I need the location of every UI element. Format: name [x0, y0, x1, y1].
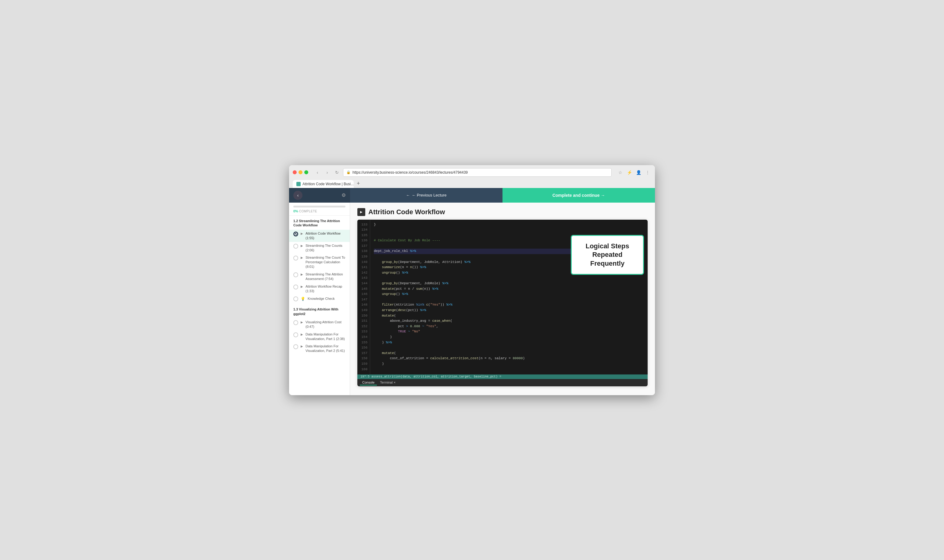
sidebar-item-data-manip-2[interactable]: ▶ Data Manipulation For Visualization, P… — [293, 343, 346, 355]
check-icon-5 — [293, 285, 298, 289]
sidebar-item-recap[interactable]: ▶ Attrition Workflow Recap (1:33) — [293, 283, 346, 295]
main-area: 0% COMPLETE 1.2 Streamlining The Attriti… — [289, 203, 655, 395]
app-container: ‹ ⚙ ← ← Previous Lecture Complete and co… — [289, 188, 655, 395]
top-bar-nav: ← ← Previous Lecture Complete and contin… — [350, 188, 655, 203]
item-text-4: Streamlining The Attrition Assessment (7… — [305, 272, 346, 281]
sidebar-section-1-2: 1.2 Streamlining The Attrition Code Work… — [289, 216, 350, 305]
console-tab[interactable]: Console — [360, 380, 377, 385]
sidebar-item-percentage[interactable]: ▶ Streamlining The Count To Percentage C… — [293, 254, 346, 271]
item-text-3: Streamlining The Count To Percentage Cal… — [305, 255, 346, 269]
sidebar-item-attrition-workflow[interactable]: ▶ Attrition Code Workflow (1:55) — [289, 230, 350, 242]
sidebar-item-counts[interactable]: ▶ Streamlining The Counts (2:06) — [293, 242, 346, 254]
line-numbers: 1331341351361371381391401411421431441451… — [357, 220, 370, 375]
new-tab-button[interactable]: + — [354, 179, 362, 188]
video-icon-2: ▶ — [301, 244, 303, 248]
active-tab[interactable]: Attrition Code Workflow | Busi... × — [293, 180, 354, 188]
settings-button[interactable]: ⚙ — [341, 192, 346, 198]
terminal-tab[interactable]: Terminal × — [378, 380, 398, 385]
tab-favicon — [296, 182, 301, 186]
complete-continue-button[interactable]: Complete and continue → — [503, 188, 655, 203]
sidebar-item-vis-cost[interactable]: ▶ Visualizing Attrition Cost (0:47) — [293, 318, 346, 331]
menu-button[interactable]: ⋮ — [644, 169, 651, 176]
prev-lecture-label: ← Previous Lecture — [412, 193, 446, 197]
section-1-3-title: 1.3 Visualizing Attrition With ggplot2 — [293, 307, 346, 316]
code-area: 1331341351361371381391401411421431441451… — [357, 220, 648, 375]
terminal-bar: Console Terminal × — [357, 379, 648, 386]
progress-bar-bg — [293, 206, 346, 208]
traffic-light-close[interactable] — [293, 170, 297, 174]
sidebar: 0% COMPLETE 1.2 Streamlining The Attriti… — [289, 203, 350, 395]
address-bar[interactable]: 🔒 https://university.business-science.io… — [343, 168, 612, 177]
back-nav-button[interactable]: ‹ — [293, 191, 302, 200]
profile-button[interactable]: 👤 — [635, 169, 642, 176]
content-header: ▶ Attrition Code Workflow — [350, 203, 655, 220]
prev-arrow-icon: ← — [406, 193, 410, 197]
sidebar-item-data-manip-1[interactable]: ▶ Data Manipulation For Visualization, P… — [293, 331, 346, 343]
logical-line1: Logical Steps — [585, 242, 629, 250]
check-icon-8 — [293, 332, 298, 337]
extensions-button[interactable]: ⚡ — [626, 169, 633, 176]
video-icon-7: ▶ — [301, 320, 303, 324]
code-editor: 1331341351361371381391401411421431441451… — [357, 220, 648, 387]
back-button[interactable]: ‹ — [314, 169, 321, 176]
sidebar-section-1-3: 1.3 Visualizing Attrition With ggplot2 ▶… — [289, 304, 350, 356]
check-icon-3 — [293, 255, 298, 260]
reload-button[interactable]: ↻ — [333, 169, 341, 176]
code-status-bar: 197:5 assess_attrition(data, attrition_c… — [357, 374, 648, 379]
tab-title: Attrition Code Workflow | Busi... — [302, 182, 354, 186]
check-icon-2 — [293, 244, 298, 249]
browser-window: ‹ › ↻ 🔒 https://university.business-scie… — [289, 165, 655, 395]
browser-controls: ‹ › ↻ 🔒 https://university.business-scie… — [293, 168, 651, 177]
logical-line3: Frequently — [590, 260, 625, 267]
video-icon-9: ▶ — [301, 345, 303, 348]
video-icon-1: ▶ — [301, 232, 303, 235]
top-bar-left: ‹ ⚙ — [289, 188, 350, 203]
sidebar-item-assessment[interactable]: ▶ Streamlining The Attrition Assessment … — [293, 271, 346, 283]
content-title: Attrition Code Workflow — [368, 208, 445, 216]
traffic-light-minimize[interactable] — [299, 170, 302, 174]
check-icon-6 — [293, 297, 298, 302]
traffic-light-maximize[interactable] — [304, 170, 308, 174]
item-text-7: Visualizing Attrition Cost (0:47) — [305, 320, 346, 329]
video-icon-8: ▶ — [301, 333, 303, 336]
progress-text: 0% COMPLETE — [293, 209, 346, 213]
check-icon-4 — [293, 272, 298, 277]
sidebar-item-knowledge-check[interactable]: 💡 Knowledge Check — [293, 295, 346, 303]
item-text-2: Streamlining The Counts (2:06) — [305, 243, 346, 252]
item-text-8: Data Manipulation For Visualization, Par… — [305, 332, 346, 341]
item-text-knowledge: Knowledge Check — [308, 297, 335, 301]
url-text: https://university.business-science.io/c… — [352, 170, 468, 175]
logical-steps-text: Logical Steps Repeated Frequently — [585, 242, 629, 268]
bookmark-button[interactable]: ☆ — [617, 169, 624, 176]
content-area: ▶ Attrition Code Workflow 13313413513613… — [350, 203, 655, 395]
video-play-icon: ▶ — [357, 208, 365, 216]
check-icon-active — [293, 232, 298, 237]
forward-button[interactable]: › — [324, 169, 331, 176]
video-icon-5: ▶ — [301, 285, 303, 288]
video-icon-3: ▶ — [301, 256, 303, 259]
logical-line2: Repeated — [592, 251, 622, 258]
check-icon-9 — [293, 344, 298, 349]
prev-lecture-button[interactable]: ← ← Previous Lecture — [350, 188, 503, 203]
item-text-5: Attrition Workflow Recap (1:33) — [305, 284, 346, 294]
progress-pct: 0% — [293, 209, 298, 213]
browser-actions: ☆ ⚡ 👤 ⋮ — [617, 169, 651, 176]
sidebar-progress: 0% COMPLETE — [289, 203, 350, 216]
progress-complete-label: COMPLETE — [299, 209, 317, 213]
complete-label: Complete and continue → — [552, 193, 605, 198]
status-bar-text: 197:5 assess_attrition(data, attrition_c… — [360, 375, 501, 378]
item-text-9: Data Manipulation For Visualization, Par… — [305, 344, 346, 353]
browser-chrome: ‹ › ↻ 🔒 https://university.business-scie… — [289, 165, 655, 188]
check-icon-7 — [293, 320, 298, 325]
lock-icon: 🔒 — [346, 170, 351, 174]
item-text-1: Attrition Code Workflow (1:55) — [305, 231, 346, 240]
video-icon-4: ▶ — [301, 273, 303, 276]
browser-tabs: Attrition Code Workflow | Busi... × + — [293, 179, 651, 188]
browser-nav: ‹ › ↻ — [314, 169, 341, 176]
top-bar: ‹ ⚙ ← ← Previous Lecture Complete and co… — [289, 188, 655, 203]
section-1-2-title: 1.2 Streamlining The Attrition Code Work… — [293, 219, 346, 228]
logical-steps-card: Logical Steps Repeated Frequently — [571, 235, 644, 275]
bulb-icon: 💡 — [301, 297, 305, 301]
traffic-lights — [293, 170, 308, 174]
